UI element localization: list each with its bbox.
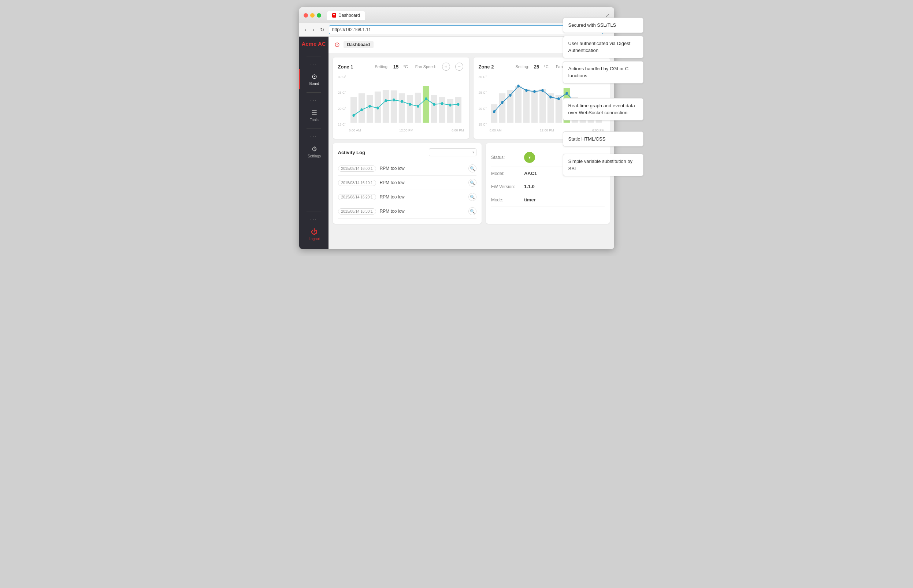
svg-point-45 [517,85,519,87]
zone2-y-30: 30 C° [479,75,490,79]
svg-point-14 [352,114,354,117]
status-green-button[interactable]: ▾ [524,152,535,163]
log-filter-select[interactable] [429,148,477,156]
log-item: 2015/08/14 16:10:1 RPM too low 🔍 [338,176,477,190]
sidebar-divider-2 [307,92,321,93]
svg-point-26 [449,103,451,107]
maximize-button[interactable] [317,13,321,18]
tab-area: T Dashboard [327,11,365,20]
sidebar-divider-3 [307,129,321,129]
filter-wrapper [429,148,477,156]
log-message-2: RPM too low [380,194,465,200]
zone1-x-6pm: 6:00 PM [452,129,464,132]
svg-point-27 [457,103,459,106]
annotation-cgi: Actions handled by CGI or C functions [563,61,643,84]
activity-log-title: Activity Log [338,150,429,155]
log-timestamp-0: 2015/08/14 16:00:1 [338,165,376,172]
svg-point-47 [533,90,535,93]
close-button[interactable] [304,13,308,18]
refresh-button[interactable]: ↻ [318,26,326,33]
sidebar-item-logout[interactable]: ⏻ Logout [299,225,328,245]
svg-point-49 [549,95,551,99]
svg-rect-34 [539,89,545,123]
svg-point-21 [409,103,411,106]
svg-point-19 [393,99,395,102]
svg-rect-1 [358,94,364,123]
svg-point-18 [385,99,387,102]
svg-point-16 [368,105,371,108]
status-key-model: Model: [491,171,524,176]
svg-point-42 [493,110,495,113]
log-item: 2015/08/14 16:30:1 RPM too low 🔍 [338,204,477,218]
annotation-ssi: Simple variable substitution by SSI [563,154,643,176]
log-search-btn-0[interactable]: 🔍 [469,165,477,173]
svg-point-48 [541,89,543,92]
brand-logo: Acme AC [301,41,326,47]
svg-rect-11 [439,97,445,123]
zone1-y-30: 30 C° [338,75,349,79]
zone1-y-25: 25 C° [338,91,349,94]
zone2-setting-label: Setting: [515,65,529,69]
zone2-y-25: 25 C° [479,91,490,94]
annotations: Secured with SSL/TLS User authenticated … [563,18,643,179]
zone1-x-labels: 6:00 AM 12:00 PM 6:00 PM [349,127,464,134]
log-timestamp-2: 2015/08/14 16:20:1 [338,194,376,200]
zone2-setting-value: 25 [534,64,539,69]
zone1-y-20: 20 C° [338,107,349,111]
url-input[interactable] [329,25,603,34]
zone1-y-15: 15 C° [338,123,349,126]
zone2-y-15: 15 C° [479,123,490,126]
sidebar-item-tools[interactable]: ☰ Tools [299,105,328,126]
zone1-fan-label: Fan Speed: [415,65,436,69]
log-message-1: RPM too low [380,180,465,185]
zone1-x-12pm: 12:00 PM [399,129,414,132]
zone1-setting-unit: °C [403,65,407,69]
zone1-chart-area [349,75,464,126]
logout-icon: ⏻ [311,228,318,236]
sidebar-item-settings[interactable]: ⚙ Settings [299,141,328,162]
sidebar-label-settings: Settings [308,154,321,158]
log-search-btn-1[interactable]: 🔍 [469,179,477,187]
header-badge: Dashboard [344,41,374,48]
zone2-x-12pm: 12:00 PM [540,129,554,132]
sidebar: Acme AC ··· ⊙ Board ··· ☰ Tools ··· ⚙ Se… [299,37,328,249]
log-search-btn-2[interactable]: 🔍 [469,193,477,201]
zone2-y-20: 20 C° [479,107,490,111]
zone2-x-6am: 6:00 AM [490,129,502,132]
log-message-3: RPM too low [380,209,465,214]
svg-rect-32 [523,89,529,123]
back-button[interactable]: ‹ [304,26,309,33]
tools-icon: ☰ [311,109,317,117]
zone1-fan-plus[interactable]: + [442,63,450,71]
sidebar-dots-1: ··· [310,61,317,67]
sidebar-divider-4 [307,212,321,212]
status-row-mode: Mode: timer [491,193,604,207]
svg-rect-10 [431,95,437,123]
annotation-ws: Real-time graph and event data over WebS… [563,98,643,120]
zone1-y-labels: 30 C° 25 C° 20 C° 15 C° [338,75,349,126]
zone2-setting-unit: °C [544,65,548,69]
minimize-button[interactable] [310,13,315,18]
svg-rect-13 [455,97,461,123]
traffic-lights [304,13,321,18]
svg-point-15 [360,108,362,111]
status-val-model: AAC1 [524,171,537,176]
log-timestamp-3: 2015/08/14 16:30:1 [338,208,376,215]
svg-rect-9 [423,86,429,123]
zone1-setting-value: 15 [393,64,398,69]
settings-icon: ⚙ [311,145,317,153]
zone1-x-6am: 6:00 AM [349,129,361,132]
zone1-fan-minus[interactable]: − [455,63,463,71]
log-search-btn-3[interactable]: 🔍 [469,207,477,215]
svg-rect-31 [515,86,521,123]
svg-point-23 [425,97,427,100]
sidebar-item-board[interactable]: ⊙ Board [299,69,328,89]
zone1-header: Zone 1 Setting: 15 °C Fan Speed: + − [338,63,464,71]
status-key-status: Status: [491,155,524,160]
svg-rect-2 [366,95,372,123]
browser-tab[interactable]: T Dashboard [327,11,365,20]
svg-rect-28 [491,104,497,123]
board-icon: ⊙ [312,73,317,81]
forward-button[interactable]: › [311,26,316,33]
log-item: 2015/08/14 16:00:1 RPM too low 🔍 [338,162,477,176]
